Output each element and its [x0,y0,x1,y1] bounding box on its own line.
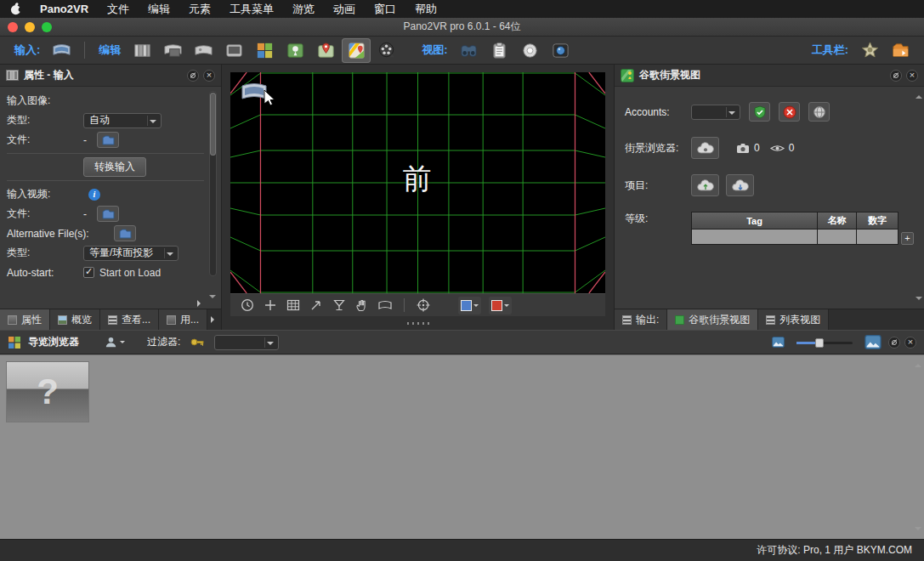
globe-icon [813,105,826,119]
detach-panel-button[interactable] [187,70,199,82]
detach-panel-button[interactable] [888,337,900,348]
accounts-select[interactable] [691,105,740,120]
close-panel-button[interactable] [203,70,215,82]
name-cell[interactable] [818,229,857,244]
components-button[interactable] [855,38,884,63]
panorama-thumbnail[interactable]: ? [7,362,88,422]
verify-account-button[interactable] [749,102,770,122]
number-cell[interactable] [857,229,898,244]
clipboard-button[interactable] [485,38,514,63]
photo-count: 0 [754,142,760,154]
info-icon[interactable] [88,189,100,201]
tab-listview[interactable]: 列表视图 [758,309,829,330]
scroll-down-arrow[interactable] [915,297,922,303]
add-level-button[interactable]: + [901,232,914,245]
menu-help[interactable]: 帮助 [415,2,437,17]
slider-knob[interactable] [815,338,824,348]
time-icon[interactable] [240,298,255,313]
browse-alternative-button[interactable] [114,225,136,241]
tour-browser-body[interactable]: ? [0,354,924,539]
tab-viewer[interactable]: 查看... [100,309,159,330]
web-account-button[interactable] [808,102,830,122]
projection-button[interactable] [516,38,545,63]
tour-map-button[interactable] [281,38,309,63]
menu-file[interactable]: 文件 [107,2,129,17]
menu-window[interactable]: 窗口 [374,2,396,17]
preview-lens-button[interactable] [547,38,575,63]
upload-project-button[interactable] [691,174,719,196]
open-streetview-browser-button[interactable] [691,137,719,159]
tabs-overflow-arrow[interactable] [207,309,221,330]
patch-input-button[interactable] [128,38,156,63]
map-pin-button[interactable] [311,38,340,63]
tag-cell[interactable] [692,229,818,244]
grid-icon[interactable] [286,298,301,313]
start-on-load-checkbox[interactable] [83,267,94,278]
menu-tools[interactable]: 工具菜单 [230,2,274,17]
close-panel-button[interactable] [906,70,918,82]
window-title: Pano2VR pro 6.0.1 - 64位 [0,18,924,36]
thumbnail-size-slider[interactable] [796,337,853,348]
filter-select[interactable] [214,335,279,350]
browse-file-button[interactable] [97,132,119,148]
menu-tour[interactable]: 游览 [292,2,315,17]
scrollbar-thumb[interactable] [211,94,215,155]
scroll-right-arrow[interactable] [197,300,204,307]
node-thumbnail[interactable] [241,80,285,112]
input-type-select[interactable]: 自动 [83,113,162,128]
pan-arrow-icon[interactable] [309,298,324,313]
zoom-window-button[interactable] [42,22,52,32]
properties-scrollbar[interactable] [209,91,217,276]
panorama-mode-icon[interactable] [377,298,393,313]
download-project-button[interactable] [726,174,754,196]
menu-edit[interactable]: 编辑 [148,2,170,17]
user-menu-button[interactable] [101,334,128,350]
menu-animation[interactable]: 动画 [333,2,355,17]
detach-panel-button[interactable] [890,70,902,82]
add-icon[interactable] [263,298,278,313]
viewer-panorama-button[interactable] [158,38,187,63]
tab-streetview[interactable]: 谷歌街景视图 [667,309,758,330]
remove-account-button[interactable] [779,102,800,122]
hand-tool-icon[interactable] [354,298,370,313]
input-image-label: 输入图像: [7,94,83,108]
streetview-icon [621,69,634,82]
apple-menu[interactable] [10,3,21,15]
viewer-window-button[interactable] [219,38,248,63]
input-panorama-button[interactable] [47,38,76,63]
scroll-down-arrow[interactable] [915,527,921,534]
tab-output[interactable]: 输出: [615,309,667,330]
projection-select[interactable]: 等量/球面投影 [83,246,179,261]
tab-overview[interactable]: 概览 [50,309,100,330]
properties-tab-icon [8,315,17,325]
scroll-up-arrow[interactable] [915,92,922,99]
target-icon[interactable] [416,298,431,313]
convert-input-button[interactable]: 转换输入 [83,157,146,177]
browse-video-button[interactable] [97,206,119,222]
horizontal-splitter[interactable] [222,316,614,330]
minimize-window-button[interactable] [25,22,35,32]
output-folder-button[interactable] [886,38,915,63]
panorama-screen-icon [163,41,183,60]
hotspot-funnel-icon[interactable] [332,298,347,313]
edge-color-button[interactable] [489,297,512,314]
tab-properties[interactable]: 属性 [0,309,50,330]
filter-key-button[interactable] [187,335,207,349]
tab-user[interactable]: 用... [159,309,207,330]
scroll-down-arrow[interactable] [209,295,216,302]
google-maps-button[interactable] [342,38,371,63]
close-window-button[interactable] [8,22,18,32]
panorama-button[interactable] [189,38,218,63]
level-label: 等级: [625,212,691,226]
tour-browser-button[interactable] [250,38,279,63]
close-panel-button[interactable] [904,337,916,348]
panorama-viewer[interactable]: 前 [230,72,605,293]
input-group-label: 输入: [14,42,40,58]
window-titlebar[interactable]: Pano2VR pro 6.0.1 - 64位 [0,18,924,37]
menu-elements[interactable]: 元素 [189,2,211,17]
app-menu[interactable]: Pano2VR [40,3,88,15]
animation-button[interactable] [372,38,401,63]
find-button[interactable] [455,38,484,63]
grid-color-button[interactable] [458,297,481,314]
scroll-up-arrow[interactable] [915,360,921,367]
